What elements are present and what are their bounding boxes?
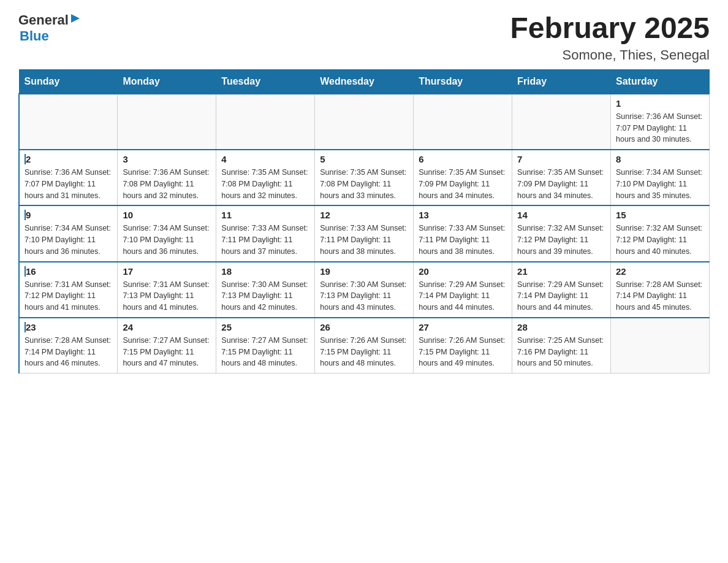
calendar-cell: 17Sunrise: 7:31 AM Sunset: 7:13 PM Dayli… — [118, 262, 216, 318]
day-info: Sunrise: 7:32 AM Sunset: 7:12 PM Dayligh… — [517, 223, 605, 257]
day-info: Sunrise: 7:27 AM Sunset: 7:15 PM Dayligh… — [123, 335, 211, 369]
calendar-week-2: 2Sunrise: 7:36 AM Sunset: 7:07 PM Daylig… — [19, 150, 710, 205]
day-number: 26 — [320, 322, 408, 332]
page-header: General Blue February 2025 Somone, Thies… — [18, 12, 710, 63]
calendar-cell: 9Sunrise: 7:34 AM Sunset: 7:10 PM Daylig… — [19, 205, 118, 261]
day-number: 9 — [25, 210, 112, 220]
day-number: 3 — [123, 154, 211, 164]
weekday-header-tuesday: Tuesday — [216, 69, 315, 94]
calendar-cell: 8Sunrise: 7:34 AM Sunset: 7:10 PM Daylig… — [611, 150, 710, 205]
calendar-cell: 15Sunrise: 7:32 AM Sunset: 7:12 PM Dayli… — [611, 205, 710, 261]
day-info: Sunrise: 7:28 AM Sunset: 7:14 PM Dayligh… — [616, 279, 704, 313]
day-info: Sunrise: 7:36 AM Sunset: 7:07 PM Dayligh… — [616, 111, 704, 145]
calendar-cell — [611, 318, 710, 373]
calendar-cell: 18Sunrise: 7:30 AM Sunset: 7:13 PM Dayli… — [216, 262, 315, 318]
calendar-cell — [216, 94, 315, 150]
weekday-header-sunday: Sunday — [19, 69, 118, 94]
calendar-cell: 5Sunrise: 7:35 AM Sunset: 7:08 PM Daylig… — [315, 150, 414, 205]
calendar-cell: 12Sunrise: 7:33 AM Sunset: 7:11 PM Dayli… — [315, 205, 414, 261]
calendar-table: SundayMondayTuesdayWednesdayThursdayFrid… — [18, 69, 710, 373]
calendar-cell: 22Sunrise: 7:28 AM Sunset: 7:14 PM Dayli… — [611, 262, 710, 318]
calendar-cell: 23Sunrise: 7:28 AM Sunset: 7:14 PM Dayli… — [19, 318, 118, 373]
day-info: Sunrise: 7:26 AM Sunset: 7:15 PM Dayligh… — [419, 335, 507, 369]
calendar-cell: 4Sunrise: 7:35 AM Sunset: 7:08 PM Daylig… — [216, 150, 315, 205]
calendar-week-1: 1Sunrise: 7:36 AM Sunset: 7:07 PM Daylig… — [19, 94, 710, 150]
day-number: 28 — [517, 322, 605, 332]
day-info: Sunrise: 7:29 AM Sunset: 7:14 PM Dayligh… — [517, 279, 605, 313]
calendar-cell: 19Sunrise: 7:30 AM Sunset: 7:13 PM Dayli… — [315, 262, 414, 318]
title-section: February 2025 Somone, Thies, Senegal — [510, 12, 710, 63]
day-number: 13 — [419, 210, 507, 220]
day-info: Sunrise: 7:35 AM Sunset: 7:08 PM Dayligh… — [320, 167, 408, 201]
day-info: Sunrise: 7:36 AM Sunset: 7:08 PM Dayligh… — [123, 167, 211, 201]
day-number: 17 — [123, 266, 211, 277]
day-info: Sunrise: 7:34 AM Sunset: 7:10 PM Dayligh… — [616, 167, 704, 201]
calendar-week-3: 9Sunrise: 7:34 AM Sunset: 7:10 PM Daylig… — [19, 205, 710, 261]
day-number: 24 — [123, 322, 211, 332]
day-number: 21 — [517, 266, 605, 277]
day-info: Sunrise: 7:36 AM Sunset: 7:07 PM Dayligh… — [25, 167, 112, 201]
day-info: Sunrise: 7:32 AM Sunset: 7:12 PM Dayligh… — [616, 223, 704, 257]
calendar-cell — [118, 94, 216, 150]
calendar-cell: 13Sunrise: 7:33 AM Sunset: 7:11 PM Dayli… — [414, 205, 512, 261]
day-number: 12 — [320, 210, 408, 220]
day-info: Sunrise: 7:29 AM Sunset: 7:14 PM Dayligh… — [419, 279, 507, 313]
calendar-cell: 24Sunrise: 7:27 AM Sunset: 7:15 PM Dayli… — [118, 318, 216, 373]
day-info: Sunrise: 7:33 AM Sunset: 7:11 PM Dayligh… — [419, 223, 507, 257]
logo-blue-text: Blue — [20, 28, 49, 44]
logo-arrow-icon — [70, 13, 81, 26]
day-number: 16 — [25, 266, 112, 277]
weekday-header-thursday: Thursday — [414, 69, 512, 94]
day-number: 4 — [221, 154, 309, 164]
calendar-cell — [315, 94, 414, 150]
day-info: Sunrise: 7:26 AM Sunset: 7:15 PM Dayligh… — [320, 335, 408, 369]
calendar-week-4: 16Sunrise: 7:31 AM Sunset: 7:12 PM Dayli… — [19, 262, 710, 318]
weekday-header-saturday: Saturday — [611, 69, 710, 94]
calendar-cell: 7Sunrise: 7:35 AM Sunset: 7:09 PM Daylig… — [512, 150, 611, 205]
calendar-cell: 14Sunrise: 7:32 AM Sunset: 7:12 PM Dayli… — [512, 205, 611, 261]
calendar-cell: 20Sunrise: 7:29 AM Sunset: 7:14 PM Dayli… — [414, 262, 512, 318]
day-number: 11 — [221, 210, 309, 220]
day-info: Sunrise: 7:30 AM Sunset: 7:13 PM Dayligh… — [320, 279, 408, 313]
day-number: 1 — [616, 98, 704, 109]
calendar-cell: 11Sunrise: 7:33 AM Sunset: 7:11 PM Dayli… — [216, 205, 315, 261]
day-info: Sunrise: 7:34 AM Sunset: 7:10 PM Dayligh… — [123, 223, 211, 257]
day-number: 18 — [221, 266, 309, 277]
day-number: 19 — [320, 266, 408, 277]
calendar-cell: 3Sunrise: 7:36 AM Sunset: 7:08 PM Daylig… — [118, 150, 216, 205]
day-number: 10 — [123, 210, 211, 220]
day-info: Sunrise: 7:33 AM Sunset: 7:11 PM Dayligh… — [221, 223, 309, 257]
day-number: 2 — [25, 154, 112, 164]
day-info: Sunrise: 7:27 AM Sunset: 7:15 PM Dayligh… — [221, 335, 309, 369]
calendar-cell: 6Sunrise: 7:35 AM Sunset: 7:09 PM Daylig… — [414, 150, 512, 205]
day-number: 27 — [419, 322, 507, 332]
logo: General Blue — [18, 12, 81, 44]
calendar-cell: 26Sunrise: 7:26 AM Sunset: 7:15 PM Dayli… — [315, 318, 414, 373]
calendar-cell: 25Sunrise: 7:27 AM Sunset: 7:15 PM Dayli… — [216, 318, 315, 373]
calendar-header: SundayMondayTuesdayWednesdayThursdayFrid… — [19, 69, 710, 94]
calendar-body: 1Sunrise: 7:36 AM Sunset: 7:07 PM Daylig… — [19, 94, 710, 373]
calendar-cell — [512, 94, 611, 150]
day-info: Sunrise: 7:35 AM Sunset: 7:09 PM Dayligh… — [517, 167, 605, 201]
day-info: Sunrise: 7:30 AM Sunset: 7:13 PM Dayligh… — [221, 279, 309, 313]
day-number: 5 — [320, 154, 408, 164]
day-info: Sunrise: 7:31 AM Sunset: 7:13 PM Dayligh… — [123, 279, 211, 313]
day-number: 25 — [221, 322, 309, 332]
calendar-cell: 21Sunrise: 7:29 AM Sunset: 7:14 PM Dayli… — [512, 262, 611, 318]
calendar-cell: 2Sunrise: 7:36 AM Sunset: 7:07 PM Daylig… — [19, 150, 118, 205]
day-number: 15 — [616, 210, 704, 220]
calendar-title: February 2025 — [510, 12, 710, 45]
day-number: 7 — [517, 154, 605, 164]
day-number: 6 — [419, 154, 507, 164]
day-number: 14 — [517, 210, 605, 220]
day-number: 20 — [419, 266, 507, 277]
day-info: Sunrise: 7:35 AM Sunset: 7:08 PM Dayligh… — [221, 167, 309, 201]
logo-general-text: General — [18, 12, 69, 28]
calendar-week-5: 23Sunrise: 7:28 AM Sunset: 7:14 PM Dayli… — [19, 318, 710, 373]
calendar-cell: 27Sunrise: 7:26 AM Sunset: 7:15 PM Dayli… — [414, 318, 512, 373]
calendar-cell: 1Sunrise: 7:36 AM Sunset: 7:07 PM Daylig… — [611, 94, 710, 150]
calendar-cell — [414, 94, 512, 150]
calendar-cell: 10Sunrise: 7:34 AM Sunset: 7:10 PM Dayli… — [118, 205, 216, 261]
day-number: 23 — [25, 322, 112, 332]
day-info: Sunrise: 7:34 AM Sunset: 7:10 PM Dayligh… — [25, 223, 112, 257]
